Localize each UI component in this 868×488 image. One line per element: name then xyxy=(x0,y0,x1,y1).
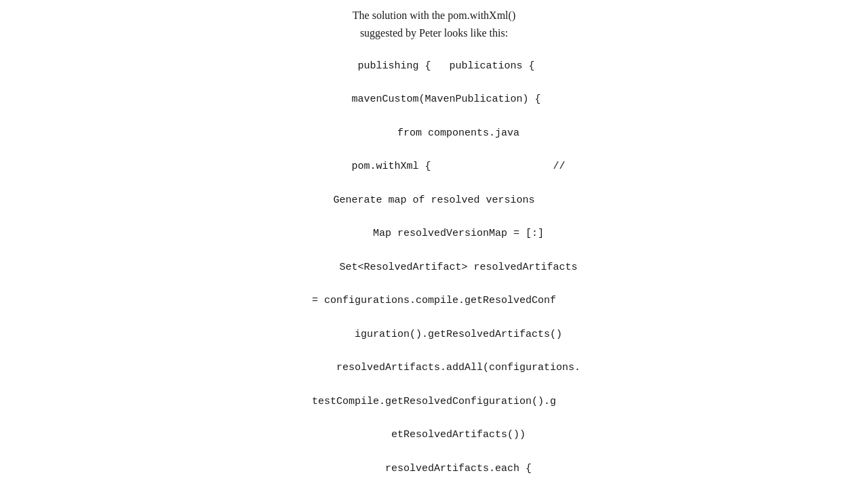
code-block: publishing { publications { mavenCustom(… xyxy=(156,41,712,488)
code-line-pom: pom.withXml { // xyxy=(302,161,565,172)
intro-line2: suggested by Peter looks like this: xyxy=(156,24,712,42)
intro-text: The solution with the pom.withXml() sugg… xyxy=(156,7,712,41)
code-line-addall: resolvedArtifacts.addAll(configurations. xyxy=(288,362,580,373)
intro-line1: The solution with the pom.withXml() xyxy=(156,7,712,24)
publishing-keyword: publishing { xyxy=(357,60,449,72)
code-line-config: = configurations.compile.getResolvedConf xyxy=(312,295,556,306)
code-line-each: resolvedArtifacts.each { xyxy=(336,463,532,474)
code-line-map: Map resolvedVersionMap = [:] xyxy=(324,228,544,239)
main-content: The solution with the pom.withXml() sugg… xyxy=(129,0,739,488)
code-comment-generate: Generate map of resolved versions xyxy=(333,195,534,206)
code-line-set: Set<ResolvedArtifact> resolvedArtifacts xyxy=(290,262,577,273)
code-line-maven: mavenCustom(MavenPublication) { xyxy=(327,94,540,105)
code-line-config2: iguration().getResolvedArtifacts() xyxy=(306,329,562,340)
code-line-get-artifacts: etResolvedArtifacts()) xyxy=(342,429,526,441)
code-line-from: from components.java xyxy=(349,127,519,139)
publications-keyword: publications { xyxy=(450,60,535,72)
code-line-testcompile: testCompile.getResolvedConfiguration().g xyxy=(312,396,556,407)
